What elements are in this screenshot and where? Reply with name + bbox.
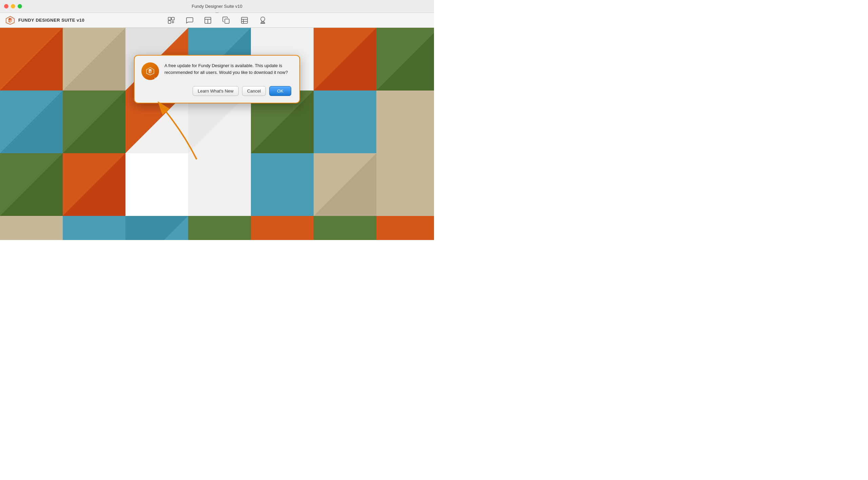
stamp-toolbar-button[interactable] bbox=[259, 16, 267, 24]
layout-toolbar-button[interactable] bbox=[204, 16, 212, 24]
update-dialog: v10 A free update for Fundy Designer is … bbox=[134, 55, 300, 103]
learn-whats-new-button[interactable]: Learn What's New bbox=[193, 86, 239, 96]
svg-rect-7 bbox=[225, 19, 229, 23]
brand-logo-icon bbox=[5, 16, 15, 25]
dialog-overlay: v10 A free update for Fundy Designer is … bbox=[0, 28, 434, 240]
app-icon: v10 bbox=[141, 62, 159, 80]
svg-rect-3 bbox=[168, 21, 171, 23]
toolbar-icons bbox=[167, 16, 267, 24]
traffic-lights bbox=[4, 4, 22, 8]
cancel-button[interactable]: Cancel bbox=[242, 86, 266, 96]
app-icon-symbol bbox=[145, 66, 155, 76]
maximize-button[interactable] bbox=[18, 4, 22, 8]
ok-button[interactable]: OK bbox=[269, 86, 291, 96]
chat-toolbar-button[interactable] bbox=[185, 16, 194, 24]
import-toolbar-button[interactable] bbox=[167, 16, 175, 24]
minimize-button[interactable] bbox=[11, 4, 15, 8]
svg-rect-8 bbox=[241, 17, 248, 23]
svg-rect-12 bbox=[261, 22, 264, 23]
app-toolbar: FUNDY DESIGNER SUITE v10 bbox=[0, 13, 434, 28]
window-title: Fundy Designer Suite v10 bbox=[192, 4, 242, 9]
dialog-message: A free update for Fundy Designer is avai… bbox=[164, 62, 291, 76]
svg-rect-1 bbox=[168, 17, 171, 20]
brand: FUNDY DESIGNER SUITE v10 bbox=[5, 16, 84, 25]
dialog-buttons: Learn What's New Cancel OK bbox=[141, 86, 291, 96]
brand-name-label: FUNDY DESIGNER SUITE v10 bbox=[18, 18, 84, 23]
titlebar: Fundy Designer Suite v10 bbox=[0, 0, 434, 13]
dialog-body: v10 A free update for Fundy Designer is … bbox=[141, 62, 291, 80]
version-badge: v10 bbox=[154, 77, 158, 79]
table-toolbar-button[interactable] bbox=[240, 16, 249, 24]
close-button[interactable] bbox=[4, 4, 8, 8]
svg-rect-2 bbox=[172, 17, 174, 20]
copy-toolbar-button[interactable] bbox=[222, 16, 230, 24]
